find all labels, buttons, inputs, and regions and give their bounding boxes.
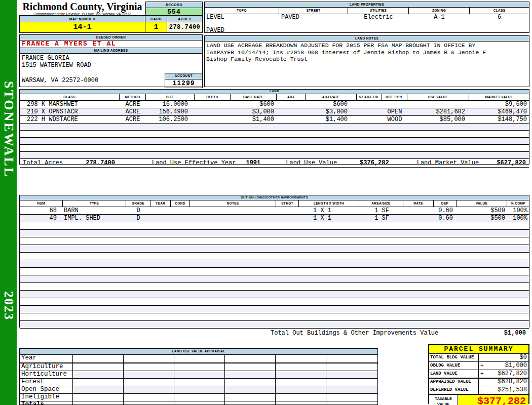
out-buildings-total-value: $1,000 [504,330,529,337]
ob-col-sthgt: STHGT [276,200,299,207]
land-col-size: SIZE [146,94,195,100]
appraisal-row-forest: Forest [20,379,377,386]
land-notes-line-2: TAXPAYER 10/14/14; Ins #2018-908 interes… [206,49,529,56]
account-label: ACCOUNT [165,73,203,79]
out-buildings-title: OUT BUILDINGS/OTHER IMPROVEMENTS [20,195,529,200]
land-notes-line-1: LAND USE ACREAGE BREAKDOWN ADJUSTED FOR … [206,42,529,49]
land-notes-section: LAND NOTES LAND USE ACREAGE BREAKDOWN AD… [204,35,529,87]
map-number-label: MAP NUMBER [19,15,145,22]
acres-value: 278.7400 [167,22,203,33]
empty-out-building-row [20,298,529,306]
empty-out-building-row [20,222,529,230]
ob-col-comp: % COMP [507,200,529,207]
summary-row-op: + [479,362,486,370]
parcel-summary-title: PARCEL SUMMARY [429,345,528,354]
taxable-value-label: TAXABLE VALUE [429,395,458,405]
total-acres-value: 278.7400 [86,159,115,167]
summary-row-op: - [479,386,486,394]
land-col-class: CLASS [20,94,120,100]
appraisal-row-open-space: Open Space [20,386,377,394]
land-use-value: $376,282 [360,159,389,167]
parcel-summary-section: PARCEL SUMMARY TOTAL BLDG VALUE $0 OBLDG… [428,344,529,404]
property-record-card: { "colors": { "sidebar_green": "#0b8f0b"… [0,0,532,405]
out-building-row: 68 BARN D 1 X 1 1 SF 0.60 $500 100% [20,207,529,215]
land-table-header: CLASS METHOD SIZE DEPTH BASE RATE ADJ AD… [20,94,529,101]
ob-col-area-size: AREA/SIZE [359,200,403,207]
ob-col-length-width: LENGTH X WIDTH [299,200,359,207]
empty-out-building-row [20,253,529,260]
parcel-summary-row: OBLDG VALUE + $1,000 [429,362,528,370]
empty-land-row [20,138,529,145]
mailing-address-block: FRANCE GLORIA 1515 WATERVIEW ROAD WARSAW… [20,54,202,87]
appraisal-row-ineligible: Ineligible [20,394,377,401]
land-totals-row: Total Acres 278.7400 Land Use Effective … [20,159,529,168]
empty-out-building-row [20,306,529,313]
summary-row-value: $0 [486,354,528,361]
empty-out-building-row [20,321,529,329]
land-col-method: METHOD [120,94,146,100]
empty-out-building-row [20,260,529,268]
summary-row-value: $1,000 [486,362,528,370]
address-line-3: WARSAW, VA 22572-0000 [22,77,98,84]
record-value: 554 [145,8,203,16]
out-buildings-header: NUM TYPE GRADE YEAR COND NOTES STHGT LEN… [20,200,529,207]
appraisal-title: LAND USE VALUE APPRAISAL [20,349,377,355]
empty-land-row [20,124,529,131]
empty-land-row [20,145,529,152]
empty-out-building-row [20,230,529,237]
empty-out-building-row [20,283,529,291]
summary-row-op [479,354,486,361]
out-building-row: 49 IMPL. SHED D 1 X 1 1 SF 0.60 $500 100… [20,215,529,222]
mailing-address-label: MAILING ADDRESS [20,48,202,54]
taxable-value-row: TAXABLE VALUE $377,282 [429,395,528,405]
land-table-title: LAND [20,90,529,94]
district-label: STONEWALL [1,81,16,178]
empty-out-building-row [20,245,529,253]
ob-col-grade: GRADE [126,200,150,207]
out-buildings-section: OUT BUILDINGS/OTHER IMPROVEMENTS NUM TYP… [19,195,529,328]
empty-out-building-row [20,268,529,275]
land-col-market-value: MARKET VALUE [469,94,529,100]
owner-section: DEEDED OWNER FRANCE A MYERS ET AL MAILIN… [19,34,203,87]
land-col-use-type: USE TYPE [382,94,407,100]
ob-col-type: TYPE [63,200,126,207]
empty-land-row [20,152,529,159]
summary-row-label: OBLDG VALUE [429,362,479,370]
ob-col-num: NUM [20,200,63,207]
summary-row-value: $627,820 [486,370,528,378]
land-col-sz-adj-tbl: SZ ADJ TBL [357,94,382,100]
ob-col-rate: RATE [403,200,434,207]
card-value: 1 [145,22,167,33]
land-properties-title: LAND PROPERTIES [205,2,529,8]
empty-out-building-row [20,313,529,321]
col-topo: TOPO [205,8,279,14]
summary-row-value: $251,538 [486,386,528,394]
land-col-base-rate: BASE RATE [231,94,277,100]
parcel-summary-row: APPRAISED VALUE $628,820 [429,379,528,386]
ob-col-notes: NOTES [190,200,276,207]
ob-col-cond: COND [171,200,190,207]
land-col-adj: ADJ [277,94,306,100]
empty-out-building-row [20,291,529,298]
ob-col-year: YEAR [150,200,171,207]
col-street: STREET [279,8,348,14]
deeded-owner-value: FRANCE A MYERS ET AL [20,40,202,48]
summary-row-label: TOTAL BLDG VALUE [429,354,479,361]
appraisal-section: LAND USE VALUE APPRAISAL Year Agricultur… [19,348,378,405]
land-properties-section: LAND PROPERTIES TOPO STREET UTILITIES ZO… [204,2,529,33]
out-buildings-total-label: Total Out Buildings & Other Improvements… [271,330,438,337]
land-table-section: LAND CLASS METHOD SIZE DEPTH BASE RATE A… [19,89,529,165]
summary-row-op [479,379,486,386]
summary-row-label: APPRAISED VALUE [429,379,479,386]
year-label: 2023 [2,291,16,320]
land-col-adj-rate: ADJ RATE [306,94,357,100]
map-number-value: 14-1 [19,22,145,33]
col-zoning: ZONING [409,8,470,14]
summary-row-label: LAND VALUE [429,370,479,378]
parcel-summary-row: TOTAL BLDG VALUE $0 [429,354,528,362]
empty-out-building-row [20,237,529,245]
summary-row-value: $628,820 [486,379,528,386]
county-title: Richmond County, Virginia [19,2,145,12]
district-sidebar: STONEWALL 2023 [0,0,17,405]
land-market-value: $627,820 [497,159,529,167]
